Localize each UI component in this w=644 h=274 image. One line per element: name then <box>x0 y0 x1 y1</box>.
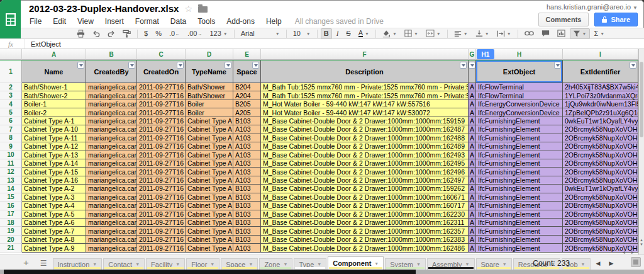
filter-dropdown-icon[interactable] <box>128 62 135 69</box>
cell-space[interactable]: B103 <box>233 193 261 202</box>
cell-type_name[interactable]: Cabinet Type A <box>186 151 233 159</box>
cell-created_on[interactable]: 2011-09-27T16 <box>137 244 186 252</box>
cell-created_by[interactable]: mariangelica.carrasc <box>86 168 137 176</box>
cell-description[interactable]: M_Base Cabinet-Double Door & 2 Drawer:10… <box>261 159 469 168</box>
cell-type_name[interactable]: Cabinet Type A <box>186 202 233 210</box>
cell-g[interactable]: A <box>469 83 476 91</box>
cell-type_name[interactable]: Cabinet Type A <box>186 159 233 168</box>
cell-ext_identifier[interactable]: 2OBrcmyk58NupXoVOHUv <box>563 142 638 151</box>
cell-name[interactable]: Cabinet Type A-10 <box>22 125 86 134</box>
column-title-cell[interactable]: ExtObject <box>476 60 563 83</box>
cell-g[interactable]: A <box>469 244 476 252</box>
cell-space[interactable]: A204 <box>233 91 261 100</box>
cell-space[interactable]: A103 <box>233 159 261 168</box>
cell-type_name[interactable]: Cabinet Type A <box>186 125 233 134</box>
cell-type_name[interactable]: Cabinet Type A <box>186 227 233 235</box>
cell-type_name[interactable]: Cabinet Type A <box>186 142 233 151</box>
menu-tools[interactable]: Tools <box>192 17 221 26</box>
currency-format-button[interactable]: $ <box>141 28 151 39</box>
menu-help[interactable]: Help <box>260 17 287 26</box>
font-size-select[interactable]: 10▼ <box>290 28 314 39</box>
cell-name[interactable]: Cabinet Type A-12 <box>22 142 86 151</box>
cell-space[interactable]: B103 <box>233 202 261 210</box>
increase-decimals-button[interactable]: .00→ <box>184 28 205 39</box>
cell-g[interactable]: A <box>469 168 476 176</box>
paint-format-icon[interactable] <box>119 28 134 39</box>
cell-name[interactable]: Cabinet Type A-11 <box>22 134 86 142</box>
column-header-b[interactable]: B <box>86 49 137 60</box>
star-icon[interactable]: ☆ <box>184 4 192 13</box>
cell-g[interactable]: A <box>469 202 476 210</box>
cell-name[interactable]: Cabinet Type A-5 <box>22 210 86 219</box>
cell-created_by[interactable]: mariangelica.carrasc <box>86 210 137 219</box>
cell-space[interactable]: A103 <box>233 125 261 134</box>
column-header-i[interactable]: I <box>563 49 638 60</box>
row-header-21[interactable]: 21 <box>0 244 22 252</box>
functions-button[interactable]: Σ▼ <box>591 28 608 39</box>
cell-created_on[interactable]: 2011-09-27T16 <box>137 202 186 210</box>
cell-space[interactable]: B103 <box>233 210 261 219</box>
cell-created_on[interactable]: 2011-09-27T16 <box>137 125 186 134</box>
cell-created_on[interactable]: 2011-09-27T16 <box>137 100 186 108</box>
cell-created_by[interactable]: mariangelica.carrasc <box>86 134 137 142</box>
cell-description[interactable]: M_Base Cabinet-Double Door & 2 Drawer:10… <box>261 151 469 159</box>
cell-ext_identifier[interactable]: 2OBrcmyk58NupXoVOHUv <box>563 176 638 185</box>
font-family-select[interactable]: Arial▼ <box>238 28 283 39</box>
column-title-cell[interactable] <box>469 60 476 83</box>
row-header-12[interactable]: 12 <box>0 168 22 176</box>
cell-type_name[interactable]: Cabinet Type A <box>186 185 233 193</box>
cell-created_on[interactable]: 2011-09-27T16 <box>137 142 186 151</box>
cell-ext_object[interactable]: IfcFurnishingElement <box>476 142 563 151</box>
insert-comment-button[interactable] <box>538 28 553 39</box>
cell-ext_object[interactable]: IfcFurnishingElement <box>476 193 563 202</box>
cell-ext_object[interactable]: IfcFurnishingElement <box>476 125 563 134</box>
cell-ext_object[interactable]: IfcFurnishingElement <box>476 210 563 219</box>
menu-edit[interactable]: Edit <box>47 17 72 26</box>
cell-created_on[interactable]: 2011-09-27T16 <box>137 91 186 100</box>
cell-g[interactable]: A <box>469 193 476 202</box>
cell-type_name[interactable]: Cabinet Type A <box>186 193 233 202</box>
cell-g[interactable]: A <box>469 142 476 151</box>
column-title-cell[interactable]: ExtIdentifier <box>563 60 638 83</box>
document-title[interactable]: 2012-03-23-Duplex-Handover.xlsx <box>29 3 179 14</box>
cell-space[interactable]: B103 <box>233 185 261 193</box>
cell-g[interactable]: A <box>469 185 476 193</box>
menu-data[interactable]: Data <box>165 17 192 26</box>
row-header-16[interactable]: 16 <box>0 202 22 210</box>
column-header-a[interactable]: A <box>22 49 86 60</box>
cell-name[interactable]: Cabinet Type A-8 <box>22 236 86 244</box>
cell-ext_identifier[interactable]: 2OBrcmyk58NupXoVOHUv <box>563 227 638 235</box>
sheet-tab-system[interactable]: System▼ <box>385 258 426 270</box>
sheet-tab-instruction[interactable]: Instruction▼ <box>53 258 103 270</box>
cell-created_by[interactable]: mariangelica.carrasc <box>86 91 137 100</box>
sheet-tab-contact[interactable]: Contact▼ <box>103 258 145 270</box>
tabs-scroll-right-button[interactable]: ▶ <box>604 260 618 270</box>
cell-created_on[interactable]: 2011-09-27T16 <box>137 210 186 219</box>
cell-description[interactable]: M_Hot Water Boiler - 59-440 kW:147 kW:14… <box>261 108 469 117</box>
cell-description[interactable]: M_Base Cabinet-Double Door & 2 Drawer:10… <box>261 236 469 244</box>
cell-created_on[interactable]: 2011-09-27T16 <box>137 176 186 185</box>
sheet-tab-assembly[interactable]: Assembly▼ <box>427 258 475 270</box>
sheet-tab-spare[interactable]: Spare▼ <box>476 258 512 270</box>
filter-dropdown-icon[interactable] <box>177 62 184 69</box>
row-header-14[interactable]: 14 <box>0 185 22 193</box>
menu-file[interactable]: File <box>24 17 47 26</box>
column-header-e[interactable]: E <box>233 49 261 60</box>
share-button[interactable]: Share <box>594 13 638 26</box>
cell-g[interactable]: A <box>469 151 476 159</box>
cell-description[interactable]: M_Base Cabinet-Double Door & 2 Drawer:10… <box>261 219 469 227</box>
sheet-tab-type[interactable]: Type▼ <box>294 258 326 270</box>
vertical-align-button[interactable]: ▼ <box>472 28 492 39</box>
cell-created_on[interactable]: 2011-09-27T16 <box>137 151 186 159</box>
cell-created_by[interactable]: mariangelica.carrasc <box>86 176 137 185</box>
cell-ext_object[interactable]: IfcFurnishingElement <box>476 117 563 125</box>
cell-name[interactable]: Boiler-2 <box>22 108 86 117</box>
cell-space[interactable]: A103 <box>233 142 261 151</box>
row-header-7[interactable]: 7 <box>0 125 22 134</box>
cell-g[interactable]: A <box>469 176 476 185</box>
cell-g[interactable]: A <box>469 236 476 244</box>
cell-name[interactable]: Cabinet Type A-7 <box>22 227 86 235</box>
cell-description[interactable]: M_Base Cabinet-Double Door & 2 Drawer:10… <box>261 176 469 185</box>
strikethrough-button[interactable]: S <box>343 28 353 39</box>
cell-g[interactable]: A <box>469 159 476 168</box>
